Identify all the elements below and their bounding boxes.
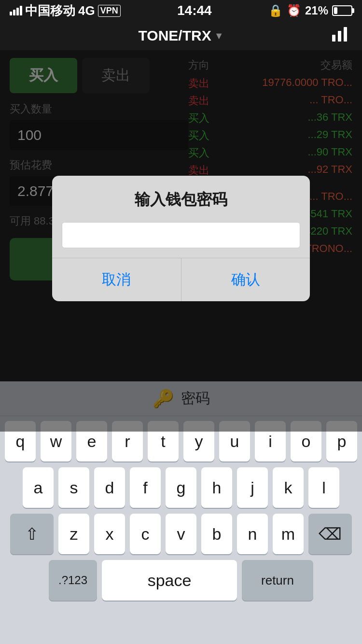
pair-label: TONE/TRX bbox=[139, 28, 211, 44]
dropdown-arrow-icon: ▼ bbox=[214, 30, 224, 42]
key-b[interactable]: b bbox=[201, 514, 232, 554]
password-dialog: 输入钱包密码 取消 确认 bbox=[52, 176, 310, 301]
status-bar: 中国移动 4G VPN 14:44 🔒 ⏰ 21% bbox=[0, 0, 362, 21]
password-input[interactable] bbox=[62, 222, 300, 248]
dialog-buttons: 取消 确认 bbox=[52, 258, 310, 301]
lock-icon: 🔒 bbox=[268, 4, 283, 17]
key-c[interactable]: c bbox=[130, 514, 161, 554]
status-left: 中国移动 4G VPN bbox=[10, 2, 121, 19]
return-key[interactable]: return bbox=[242, 560, 313, 601]
space-key[interactable]: space bbox=[102, 560, 237, 601]
key-g[interactable]: g bbox=[166, 467, 196, 508]
key-j[interactable]: j bbox=[237, 467, 268, 508]
svg-rect-2 bbox=[344, 27, 347, 42]
dialog-title: 输入钱包密码 bbox=[52, 176, 310, 218]
backspace-key[interactable]: ⌫ bbox=[308, 514, 352, 554]
keyboard-row-2: a s d f g h j k l bbox=[3, 467, 359, 508]
trading-area: 买入 卖出 买入数量 100 预估花费 2.877793 TRX 可用 88.3… bbox=[0, 50, 362, 410]
pair-selector[interactable]: TONE/TRX ▼ bbox=[139, 28, 224, 44]
svg-rect-0 bbox=[332, 35, 335, 42]
status-right: 🔒 ⏰ 21% bbox=[268, 4, 352, 17]
key-x[interactable]: x bbox=[94, 514, 125, 554]
header: TONE/TRX ▼ bbox=[0, 21, 362, 50]
dialog-input-wrap bbox=[52, 218, 310, 258]
carrier-label: 中国移动 bbox=[25, 2, 75, 19]
shift-key[interactable]: ⇧ bbox=[10, 514, 54, 554]
number-switch-key[interactable]: .?123 bbox=[49, 560, 97, 601]
battery-icon bbox=[332, 5, 352, 16]
cancel-button[interactable]: 取消 bbox=[52, 258, 181, 301]
keyboard-row-4: .?123 space return bbox=[3, 560, 359, 601]
key-n[interactable]: n bbox=[237, 514, 268, 554]
key-l[interactable]: l bbox=[308, 467, 339, 508]
network-label: 4G bbox=[78, 3, 95, 18]
key-d[interactable]: d bbox=[94, 467, 125, 508]
svg-rect-1 bbox=[338, 31, 341, 42]
key-f[interactable]: f bbox=[130, 467, 161, 508]
key-a[interactable]: a bbox=[23, 467, 54, 508]
clock: 14:44 bbox=[177, 3, 212, 18]
confirm-button[interactable]: 确认 bbox=[181, 258, 310, 301]
key-v[interactable]: v bbox=[166, 514, 196, 554]
vpn-badge: VPN bbox=[98, 5, 121, 17]
signal-icon bbox=[10, 6, 22, 15]
keyboard-row-3: ⇧ z x c v b n m ⌫ bbox=[3, 514, 359, 554]
chart-button[interactable] bbox=[331, 25, 348, 46]
key-k[interactable]: k bbox=[273, 467, 304, 508]
keyboard-rows: q w e r t y u i o p a s d f g h j k l ⇧ … bbox=[0, 416, 362, 601]
key-m[interactable]: m bbox=[273, 514, 304, 554]
battery-percent: 21% bbox=[305, 4, 328, 17]
key-z[interactable]: z bbox=[58, 514, 89, 554]
key-s[interactable]: s bbox=[58, 467, 89, 508]
alarm-icon: ⏰ bbox=[287, 4, 301, 17]
key-h[interactable]: h bbox=[201, 467, 232, 508]
